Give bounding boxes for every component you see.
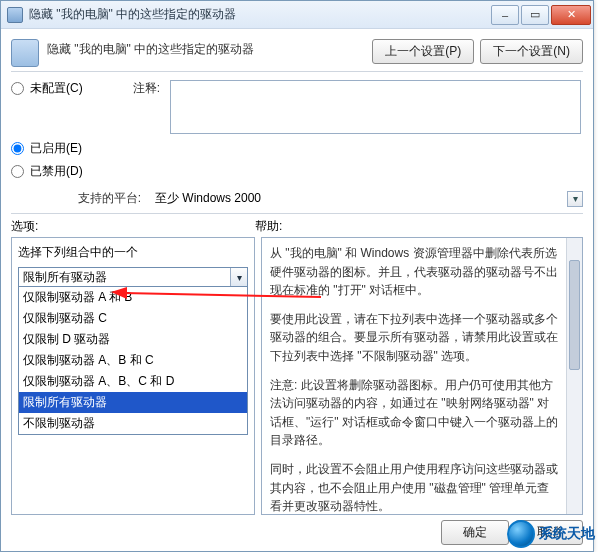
radio-label-not-configured[interactable]: 未配置(C) [30,80,100,97]
options-pane: 选择下列组合中的一个 限制所有驱动器 ▾ 仅限制驱动器 A 和 B 仅限制驱动器… [11,237,255,515]
help-pane: 从 "我的电脑" 和 Windows 资源管理器中删除代表所选硬件驱动器的图标。… [261,237,583,515]
comment-textarea[interactable] [170,80,581,134]
options-label: 选项: [11,218,255,235]
drive-combo-dropdown: 仅限制驱动器 A 和 B 仅限制驱动器 C 仅限制 D 驱动器 仅限制驱动器 A… [18,287,248,435]
platform-row: 支持的平台: 至少 Windows 2000 ▾ [11,188,583,209]
help-p3: 同时，此设置不会阻止用户使用程序访问这些驱动器或其内容，也不会阻止用户使用 "磁… [270,460,574,515]
radio-disabled[interactable] [11,165,24,178]
scrollbar[interactable] [566,238,582,514]
radio-label-enabled[interactable]: 已启用(E) [30,140,100,157]
help-p2: 注意: 此设置将删除驱动器图标。用户仍可使用其他方法访问驱动器的内容，如通过在 … [270,376,574,450]
nav-buttons: 上一个设置(P) 下一个设置(N) [372,39,583,64]
combo-option-c[interactable]: 仅限制驱动器 C [19,308,247,329]
radio-enabled[interactable] [11,142,24,155]
radio-row-disabled: 已禁用(D) [11,163,583,180]
chevron-down-icon[interactable]: ▾ [230,268,247,286]
state-radios: 未配置(C) 注释: 已启用(E) 已禁用(D) [11,80,583,180]
drive-combo[interactable]: 限制所有驱动器 ▾ [18,267,248,287]
platform-chevron-icon[interactable]: ▾ [567,191,583,207]
separator [11,71,583,72]
minimize-button[interactable]: – [491,5,519,25]
combo-option-a-b[interactable]: 仅限制驱动器 A 和 B [19,287,247,308]
combo-option-a-b-c-d[interactable]: 仅限制驱动器 A、B、C 和 D [19,371,247,392]
next-setting-button[interactable]: 下一个设置(N) [480,39,583,64]
content-area: 隐藏 "我的电脑" 中的这些指定的驱动器 上一个设置(P) 下一个设置(N) 未… [1,29,593,515]
app-icon [7,7,23,23]
maximize-button[interactable]: ▭ [521,5,549,25]
help-p1: 要使用此设置，请在下拉列表中选择一个驱动器或多个驱动器的组合。要显示所有驱动器，… [270,310,574,366]
globe-icon [507,520,535,548]
policy-icon [11,39,39,67]
window-controls: – ▭ ✕ [491,5,593,25]
separator-2 [11,213,583,214]
titlebar[interactable]: 隐藏 "我的电脑" 中的这些指定的驱动器 – ▭ ✕ [1,1,593,29]
combo-option-no-restrict[interactable]: 不限制驱动器 [19,413,247,434]
combo-option-d[interactable]: 仅限制 D 驱动器 [19,329,247,350]
pane-labels: 选项: 帮助: [11,218,583,235]
header-row: 隐藏 "我的电脑" 中的这些指定的驱动器 上一个设置(P) 下一个设置(N) [11,37,583,67]
window-title: 隐藏 "我的电脑" 中的这些指定的驱动器 [29,6,491,23]
platform-label: 支持的平台: [11,190,141,207]
comment-label: 注释: [100,80,160,97]
previous-setting-button[interactable]: 上一个设置(P) [372,39,474,64]
platform-value: 至少 Windows 2000 [151,188,567,209]
radio-not-configured[interactable] [11,82,24,95]
options-header: 选择下列组合中的一个 [18,244,248,261]
radio-row-not-configured: 未配置(C) 注释: [11,80,583,134]
combo-option-a-b-c[interactable]: 仅限制驱动器 A、B 和 C [19,350,247,371]
policy-editor-window: 隐藏 "我的电脑" 中的这些指定的驱动器 – ▭ ✕ 隐藏 "我的电脑" 中的这… [0,0,594,552]
radio-row-enabled: 已启用(E) [11,140,583,157]
brand-logo: 系统天地 [507,520,595,548]
policy-title: 隐藏 "我的电脑" 中的这些指定的驱动器 [47,37,372,58]
radio-label-disabled[interactable]: 已禁用(D) [30,163,100,180]
drive-combo-value: 限制所有驱动器 [19,269,230,286]
ok-button[interactable]: 确定 [441,520,509,545]
close-button[interactable]: ✕ [551,5,591,25]
brand-text: 系统天地 [539,525,595,543]
scrollbar-thumb[interactable] [569,260,580,370]
help-p0: 从 "我的电脑" 和 Windows 资源管理器中删除代表所选硬件驱动器的图标。… [270,244,574,300]
combo-option-restrict-all[interactable]: 限制所有驱动器 [19,392,247,413]
help-label: 帮助: [255,218,282,235]
panes: 选择下列组合中的一个 限制所有驱动器 ▾ 仅限制驱动器 A 和 B 仅限制驱动器… [11,237,583,515]
